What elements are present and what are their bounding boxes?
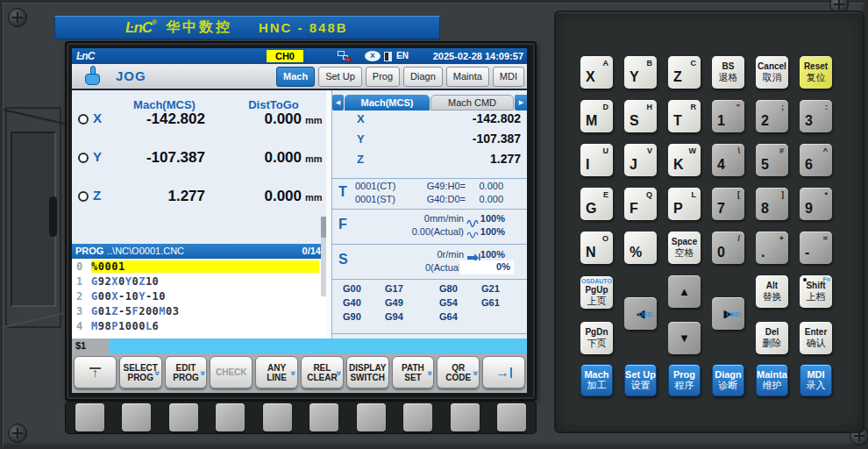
key-2[interactable]: 2; [756, 100, 788, 132]
tool-current: 0001(CT) [355, 181, 395, 191]
physical-softkey-2[interactable] [122, 403, 151, 431]
prog-line[interactable]: 2 G00X-10Y-10 [72, 289, 321, 304]
modal-gcode: G61 [481, 297, 520, 308]
key-x[interactable]: XA [580, 56, 613, 89]
key-3[interactable]: 3: [800, 100, 832, 132]
panel-tab-prev-icon[interactable]: ◀ [332, 95, 344, 110]
key-s[interactable]: SH [624, 100, 657, 132]
panel-axis-y-label: Y [357, 132, 365, 146]
key-arrow-right[interactable]: OSD↑▶ [712, 297, 744, 330]
physical-softkey-3[interactable] [169, 403, 198, 431]
key-g[interactable]: GE [580, 188, 613, 220]
key-arrow-down[interactable]: ▼ [668, 322, 701, 354]
physical-softkey-10[interactable] [497, 403, 526, 431]
key-mode-mainta[interactable]: Mainta维护 [756, 364, 788, 396]
key-p[interactable]: PL [668, 188, 701, 220]
spindle-actual: 0(Actual) [363, 262, 464, 273]
key-8[interactable]: 8] [756, 188, 788, 220]
key-m[interactable]: MD [580, 100, 613, 132]
key-mode-diagn[interactable]: Diagn诊断 [712, 364, 744, 396]
axis-y-mcs-value: -107.387 [117, 149, 205, 167]
key-enter[interactable]: Enter确认 [800, 322, 832, 354]
key-9[interactable]: 9* [800, 188, 832, 220]
panel-tab-next-icon[interactable]: ▶ [515, 95, 527, 110]
key-4[interactable]: 4\ [712, 144, 744, 176]
key-6[interactable]: 6^ [800, 144, 832, 176]
key-space[interactable]: Space空格 [668, 232, 701, 264]
key-arrow-left[interactable]: OSD↓◀ [624, 297, 657, 330]
machine-status-panel: ◀ Mach(MCS) Mach CMD ▶ X -142.802 Y -107… [331, 90, 527, 339]
key-0[interactable]: 0/ [712, 232, 744, 264]
key-1[interactable]: 1" [712, 100, 744, 132]
physical-softkey-6[interactable] [309, 403, 338, 431]
key-cancel[interactable]: Cancel取消 [756, 56, 788, 89]
physical-softkey-9[interactable] [451, 403, 480, 431]
key-t[interactable]: TR [668, 100, 701, 132]
keyboard-indicator-icon [384, 52, 392, 61]
softkey-rel-clear[interactable]: RELCLEAR » [301, 356, 344, 388]
key-mode-mdi[interactable]: MDI录入 [800, 364, 832, 396]
physical-softkey-8[interactable] [403, 403, 432, 431]
key-mode-mach[interactable]: Mach加工 [580, 364, 613, 396]
key-n[interactable]: NO [580, 232, 613, 264]
softkey-path-set[interactable]: PATHSET » [392, 356, 435, 388]
softkey-qr-code[interactable]: QRCODE » [437, 356, 480, 388]
physical-softkey-7[interactable] [357, 403, 386, 431]
key-j[interactable]: JV [624, 144, 657, 176]
softkey-check[interactable]: CHECK [210, 356, 253, 388]
physical-softkey-1[interactable] [75, 403, 104, 431]
key-del[interactable]: Del删除 [756, 322, 788, 354]
key-pgdn[interactable]: PgDn下页 [580, 322, 613, 354]
key-arrow-up[interactable]: ▲ [668, 275, 701, 308]
softkey-display-switch[interactable]: DISPLAYSWITCH [346, 356, 389, 388]
prog-line[interactable]: 4 M98P1000L6 [72, 319, 321, 334]
key-shift[interactable]: Fn Shift上档 [800, 275, 832, 308]
axis-z-label: Z [93, 188, 101, 203]
axis-y-unit: mm [305, 153, 323, 164]
feed-section-label: F [338, 217, 347, 232]
tab-diagn[interactable]: Diagn [403, 67, 443, 87]
tab-prog[interactable]: Prog [366, 67, 400, 87]
tab-mdi[interactable]: MDI [493, 67, 524, 87]
tool-g49-value: 0.000 [468, 181, 503, 191]
key-z[interactable]: ZC [668, 56, 701, 89]
tab-setup[interactable]: Set Up [318, 67, 362, 87]
axis-x-radio[interactable] [78, 114, 89, 125]
panel-tab-machcmd[interactable]: Mach CMD [430, 95, 514, 110]
softkey-any-line[interactable]: ANYLINE » [255, 356, 298, 388]
physical-softkey-5[interactable] [263, 403, 292, 431]
prog-line[interactable]: 1 G92X0Y0Z10 [72, 274, 321, 289]
key-k[interactable]: KW [668, 144, 701, 176]
prog-line-current[interactable]: 0 %0001 [72, 260, 321, 274]
physical-softkey-4[interactable] [216, 403, 245, 431]
usb-door-handle[interactable] [49, 196, 57, 237]
key-y[interactable]: YB [624, 56, 657, 89]
softkey-return[interactable]: ↑ [74, 356, 117, 388]
position-panel: Mach(MCS) DistToGo X -142.802 0.000 mm Y… [72, 90, 326, 339]
key-7[interactable]: 7[ [712, 188, 744, 220]
softkey-more[interactable]: → [482, 356, 525, 388]
key-percent[interactable]: % [624, 232, 657, 264]
key-pgup[interactable]: OSDAUTO PgUp上页 [580, 276, 613, 309]
tab-mainta[interactable]: Mainta [446, 67, 489, 87]
panel-axis-y-value: -107.387 [385, 132, 521, 146]
key-backspace[interactable]: BS退格 [712, 56, 744, 89]
key-i[interactable]: IU [580, 144, 613, 176]
key-5[interactable]: 5# [756, 144, 788, 176]
screen-logo: ĿnC [76, 50, 94, 62]
key-dot[interactable]: .+ [756, 232, 788, 264]
prog-listing[interactable]: 0 %0001 1 G92X0Y0Z10 2 G00X-10Y-10 3 G01… [72, 259, 326, 339]
axis-y-radio[interactable] [78, 153, 89, 163]
key-mode-prog[interactable]: Prog程序 [668, 364, 701, 396]
key-mode-setup[interactable]: Set Up设置 [624, 364, 657, 396]
prog-line[interactable]: 3 G01Z-5F200M03 [72, 304, 321, 319]
axis-z-radio[interactable] [78, 191, 89, 202]
tab-mach[interactable]: Mach [276, 67, 315, 87]
key-minus[interactable]: -= [800, 232, 832, 264]
panel-tab-mcs[interactable]: Mach(MCS) [345, 95, 430, 110]
softkey-edit-prog[interactable]: EDITPROG » [165, 356, 208, 388]
key-alt[interactable]: Alt替换 [756, 275, 788, 308]
key-f[interactable]: FQ [624, 188, 657, 220]
key-reset[interactable]: Reset复位 [800, 56, 832, 89]
softkey-select-prog[interactable]: SELECTPROG » [119, 356, 162, 388]
